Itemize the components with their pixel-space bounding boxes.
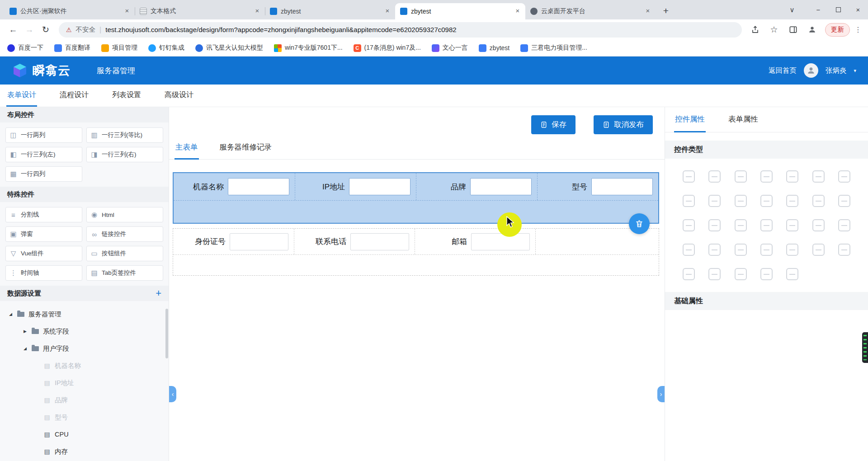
special-control-item[interactable]: 按钮组件	[86, 246, 163, 261]
browser-tab[interactable]: 公共区·洲聚软件	[5, 3, 135, 19]
delete-row-button[interactable]	[629, 213, 650, 234]
bookmark-item[interactable]: win7专业版7601下...	[274, 44, 343, 52]
close-window-button[interactable]: ×	[848, 0, 868, 19]
form-field[interactable]: IP地址	[295, 173, 416, 200]
bookmark-item[interactable]: 项目管理	[101, 44, 137, 52]
special-control-item[interactable]: 弹窗	[5, 226, 82, 242]
collapse-right-panel-button[interactable]: ›	[657, 386, 665, 402]
form-tab[interactable]: 服务器维修记录	[219, 141, 273, 160]
cancel-publish-button[interactable]: 取消发布	[594, 115, 653, 134]
save-button[interactable]: 保存	[531, 115, 576, 134]
empty-row-area[interactable]	[173, 255, 659, 275]
layout-control-item[interactable]: 一行三列(等比)	[86, 127, 163, 143]
profile-icon[interactable]	[804, 22, 820, 38]
form-field[interactable]: 联系电话	[294, 229, 415, 254]
caret-expanded-icon[interactable]: ◢	[24, 346, 31, 351]
form-field[interactable]: 品牌	[416, 173, 537, 200]
tab-close-icon[interactable]	[644, 7, 652, 15]
user-menu-caret-icon[interactable]: ▾	[854, 68, 856, 74]
bookmark-star-icon[interactable]: ☆	[766, 22, 782, 38]
layout-control-item[interactable]: 一行三列(左)	[5, 147, 82, 162]
bookmark-item[interactable]: (17条消息) win7及...	[354, 44, 421, 52]
share-icon[interactable]	[747, 22, 763, 38]
maximize-button[interactable]	[828, 0, 848, 19]
browser-tab[interactable]: zbytest	[395, 3, 525, 19]
designer-tab[interactable]: 高级设计	[164, 85, 194, 107]
form-row-block[interactable]: 身份证号 联系电话 邮箱	[173, 228, 659, 276]
username[interactable]: 张炳炎	[826, 66, 847, 75]
form-field[interactable]: 机器名称	[174, 173, 295, 200]
forward-button[interactable]: →	[22, 22, 37, 38]
tree-field-item[interactable]: CPU	[0, 426, 169, 443]
bookmark-item[interactable]: 讯飞星火认知大模型	[195, 44, 263, 52]
field-input[interactable]	[349, 178, 410, 195]
browser-tab[interactable]: 云桌面开发平台	[525, 3, 656, 19]
special-control-item[interactable]: Vue组件	[5, 246, 82, 261]
form-tab[interactable]: 主表单	[175, 141, 199, 160]
property-tab[interactable]: 控件属性	[674, 107, 706, 132]
bookmark-item[interactable]: 百度翻译	[54, 44, 90, 52]
form-field[interactable]: 邮箱	[415, 229, 535, 254]
browser-tab[interactable]: 文本格式	[135, 3, 265, 19]
address-bar[interactable]: ⚠ 不安全 | test.zhoujusoft.com/backstage/de…	[59, 22, 742, 38]
field-input[interactable]	[350, 233, 409, 250]
special-control-item[interactable]: 时间轴	[5, 265, 82, 281]
special-control-item[interactable]: 链接控件	[86, 226, 163, 242]
caret-collapsed-icon[interactable]: ▶	[24, 329, 31, 334]
empty-row-area[interactable]	[174, 200, 658, 223]
tree-node-user-fields[interactable]: ◢ 用户字段	[0, 340, 169, 357]
layout-control-item[interactable]: 一行三列(右)	[86, 147, 163, 162]
tree-node-server-management[interactable]: ◢ 服务器管理	[0, 306, 169, 323]
field-input[interactable]	[471, 233, 530, 250]
back-button[interactable]: ←	[5, 22, 21, 38]
screen-recorder-indicator[interactable]	[862, 332, 868, 363]
property-tab[interactable]: 表单属性	[727, 107, 759, 132]
tree-field-item[interactable]: 机器名称	[0, 357, 169, 374]
special-control-item[interactable]: Html	[86, 207, 163, 222]
tab-close-icon[interactable]	[383, 7, 392, 15]
collapse-left-panel-button[interactable]: ‹	[169, 386, 176, 402]
field-input[interactable]	[591, 178, 653, 195]
refresh-button[interactable]: ↻	[38, 22, 53, 38]
caret-expanded-icon[interactable]: ◢	[9, 312, 16, 316]
selected-row-block[interactable]: 机器名称 IP地址 品牌	[173, 172, 659, 224]
special-control-item[interactable]: 分割线	[5, 207, 82, 222]
layout-control-item[interactable]: 一行两列	[5, 127, 82, 143]
bookmark-item[interactable]: 三君电力项目管理...	[520, 44, 587, 52]
bookmark-item[interactable]: 百度一下	[7, 44, 43, 52]
tab-close-icon[interactable]	[253, 7, 261, 15]
control-icon	[812, 170, 825, 183]
designer-tab[interactable]: 流程设计	[59, 85, 90, 107]
browser-menu-icon[interactable]: ⋮	[854, 25, 863, 34]
tab-close-icon[interactable]	[123, 7, 131, 15]
update-button[interactable]: 更新	[825, 23, 850, 37]
side-panel-icon[interactable]	[785, 22, 801, 38]
bookmark-item[interactable]: 文心一言	[432, 44, 468, 52]
field-input[interactable]	[230, 233, 288, 250]
tree-field-item[interactable]: 品牌	[0, 391, 169, 409]
tree-field-item[interactable]: 内存	[0, 443, 169, 460]
tab-close-icon[interactable]	[514, 7, 522, 15]
designer-tab[interactable]: 列表设置	[111, 85, 142, 107]
form-field[interactable]: 身份证号	[173, 229, 294, 254]
user-avatar[interactable]	[804, 63, 818, 78]
special-control-item[interactable]: Tab页签控件	[86, 265, 163, 281]
minimize-button[interactable]: −	[808, 0, 828, 19]
layout-control-item[interactable]: 一行四列	[5, 166, 82, 182]
field-input[interactable]	[470, 178, 532, 195]
bookmark-item[interactable]: 钉钉集成	[148, 44, 184, 52]
new-tab-button[interactable]: +	[659, 4, 673, 18]
tree-field-item[interactable]: IP地址	[0, 374, 169, 391]
browser-tab[interactable]: zbytest	[265, 3, 395, 19]
form-field[interactable]: 型号	[537, 173, 658, 200]
tab-search-chevron-icon[interactable]: ∨	[782, 0, 802, 19]
control-icon	[838, 244, 850, 256]
bookmark-item[interactable]: zbytest	[479, 44, 509, 52]
back-home-link[interactable]: 返回首页	[769, 66, 797, 75]
tree-node-system-fields[interactable]: ▶ 系统字段	[0, 323, 169, 340]
tree-field-item[interactable]: 型号	[0, 409, 169, 426]
field-input[interactable]	[228, 178, 289, 195]
sidebar-scrollbar[interactable]	[165, 309, 168, 358]
add-datasource-button[interactable]: +	[156, 288, 161, 298]
designer-tab[interactable]: 表单设计	[6, 85, 37, 107]
